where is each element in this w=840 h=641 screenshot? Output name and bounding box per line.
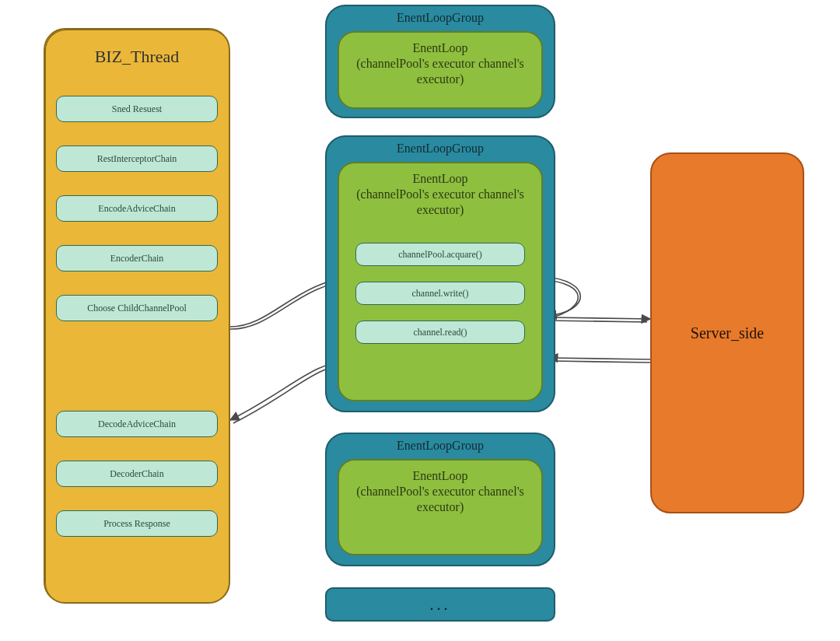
step-send-request: Sned Resuest: [56, 96, 218, 122]
event-loop-name: EnentLoop: [412, 469, 467, 482]
step-decoder-chain: DecoderChain: [56, 461, 218, 487]
event-loop-group-title: EnentLoopGroup: [327, 137, 554, 156]
biz-thread-title: BIZ_Thread: [45, 47, 229, 67]
event-loop-title: EnentLoop (channelPool's executor channe…: [348, 468, 532, 515]
step-choose-child-channel-pool: Choose ChildChannelPool: [56, 295, 218, 321]
op-channel-write: channel.write(): [355, 282, 524, 305]
event-loop-subtitle: (channelPool's executor channel's execut…: [356, 485, 523, 513]
event-loop-title: EnentLoop (channelPool's executor channe…: [348, 171, 532, 218]
op-channel-read: channel.read(): [355, 320, 524, 344]
server-side: Server_side: [650, 152, 804, 513]
step-encode-advice-chain: EncodeAdviceChain: [56, 195, 218, 222]
event-loop-name: EnentLoop: [412, 41, 467, 54]
biz-thread-container: BIZ_Thread Sned Resuest RestInterceptorC…: [44, 28, 230, 604]
event-loop-bottom: EnentLoop (channelPool's executor channe…: [338, 459, 543, 555]
event-loop-group-title: EnentLoopGroup: [327, 434, 554, 453]
event-loop-title: EnentLoop (channelPool's executor channe…: [348, 40, 532, 87]
event-loop-group-top: EnentLoopGroup EnentLoop (channelPool's …: [325, 5, 555, 118]
event-loop-group-title: EnentLoopGroup: [327, 6, 554, 25]
step-process-response: Process Response: [56, 510, 218, 537]
event-loop-middle: EnentLoop (channelPool's executor channe…: [338, 162, 543, 401]
more-event-loops: ...: [325, 587, 555, 622]
event-loop-group-middle: EnentLoopGroup EnentLoop (channelPool's …: [325, 135, 555, 412]
event-loop-group-bottom: EnentLoopGroup EnentLoop (channelPool's …: [325, 433, 555, 566]
step-decode-advice-chain: DecodeAdviceChain: [56, 411, 218, 437]
event-loop-subtitle: (channelPool's executor channel's execut…: [356, 187, 523, 216]
event-loop-name: EnentLoop: [412, 172, 467, 185]
step-rest-interceptor-chain: RestInterceptorChain: [56, 145, 218, 172]
op-channel-pool-acquire: channelPool.acquare(): [355, 243, 524, 266]
event-loop-top: EnentLoop (channelPool's executor channe…: [338, 31, 543, 109]
step-encoder-chain: EncoderChain: [56, 245, 218, 271]
event-loop-subtitle: (channelPool's executor channel's execut…: [356, 57, 523, 86]
